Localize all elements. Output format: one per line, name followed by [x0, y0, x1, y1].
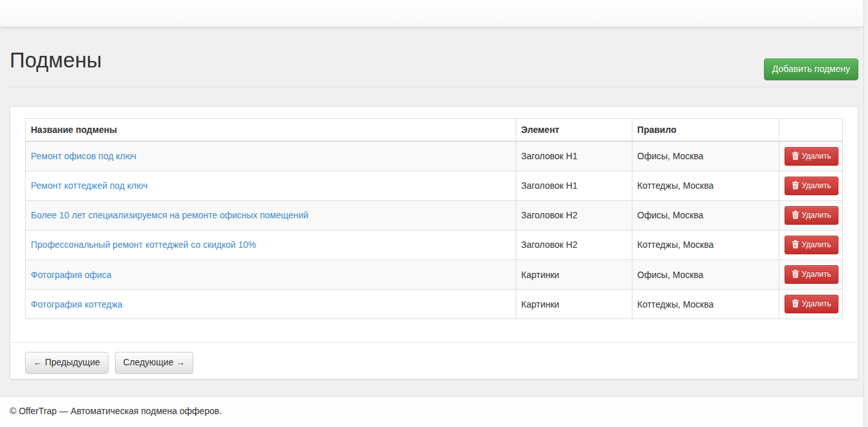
table-row: Ремонт коттеджей под ключ Заголовок H1 К… — [26, 171, 843, 200]
table-row: Более 10 лет специализируемся на ремонте… — [26, 200, 843, 230]
column-header-actions — [779, 118, 842, 141]
table-header-row: Название подмены Элемент Правило — [26, 118, 843, 141]
rule-cell: Офисы, Москва — [632, 141, 779, 171]
action-cell: Удалить — [779, 200, 842, 230]
main-container: Добавить подмену Подмены Название подмен… — [0, 48, 868, 379]
page-footer: © OfferTrap — Автоматическая подмена офф… — [0, 396, 868, 427]
table-row: Профессональный ремонт коттеджей со скид… — [26, 230, 843, 259]
delete-button-label: Удалить — [802, 299, 831, 308]
column-header-element: Элемент — [516, 118, 632, 141]
column-header-rule: Правило — [632, 118, 779, 141]
action-cell: Удалить — [779, 290, 842, 319]
action-cell: Удалить — [779, 171, 842, 200]
substitution-link[interactable]: Ремонт офисов под ключ — [31, 151, 136, 161]
delete-button-label: Удалить — [802, 181, 831, 190]
page-title: Подмены — [10, 48, 102, 73]
delete-button[interactable]: Удалить — [785, 236, 838, 254]
trash-icon — [792, 299, 799, 308]
rule-cell: Коттеджы, Москва — [632, 290, 779, 319]
substitution-link[interactable]: Фотография офиса — [31, 270, 112, 280]
trash-icon — [792, 211, 799, 219]
substitution-link[interactable]: Более 10 лет специализируемся на ремонте… — [31, 210, 308, 220]
table-row: Ремонт офисов под ключ Заголовок H1 Офис… — [26, 141, 843, 171]
page-header: Добавить подмену Подмены — [10, 48, 858, 87]
name-cell: Более 10 лет специализируемся на ремонте… — [26, 200, 516, 230]
delete-button[interactable]: Удалить — [785, 265, 838, 284]
rule-cell: Офисы, Москва — [632, 200, 779, 230]
table-row: Фотография офиса Картинки Офисы, Москва … — [26, 260, 843, 290]
trash-icon — [792, 181, 799, 189]
page: Добавить подмену Подмены Название подмен… — [0, 0, 868, 427]
delete-button-label: Удалить — [802, 270, 831, 279]
trash-icon — [792, 152, 799, 160]
table-body: Ремонт офисов под ключ Заголовок H1 Офис… — [26, 141, 843, 319]
delete-button-label: Удалить — [802, 152, 831, 161]
element-cell: Заголовок H1 — [516, 141, 632, 171]
panel-divider — [10, 342, 858, 343]
delete-button-label: Удалить — [802, 211, 831, 220]
action-cell: Удалить — [779, 230, 842, 259]
copyright-text: © OfferTrap — Автоматическая подмена офф… — [10, 406, 221, 416]
name-cell: Ремонт офисов под ключ — [26, 141, 516, 171]
substitution-link[interactable]: Ремонт коттеджей под ключ — [31, 180, 148, 191]
name-cell: Фотография коттеджа — [26, 290, 516, 319]
delete-button[interactable]: Удалить — [785, 147, 838, 166]
element-cell: Картинки — [516, 260, 632, 290]
substitution-link[interactable]: Профессональный ремонт коттеджей со скид… — [31, 240, 256, 250]
name-cell: Ремонт коттеджей под ключ — [26, 171, 516, 200]
table-row: Фотография коттеджа Картинки Коттеджы, М… — [26, 290, 843, 319]
previous-page-button[interactable]: ← Предыдущие — [25, 352, 108, 374]
element-cell: Картинки — [516, 290, 632, 319]
element-cell: Заголовок H1 — [516, 171, 632, 200]
column-header-name: Название подмены — [26, 118, 516, 141]
trash-icon — [792, 270, 799, 278]
delete-button[interactable]: Удалить — [785, 177, 838, 195]
delete-button[interactable]: Удалить — [785, 295, 838, 313]
next-page-button[interactable]: Следующие → — [115, 352, 193, 374]
name-cell: Профессональный ремонт коттеджей со скид… — [26, 230, 516, 259]
substitution-link[interactable]: Фотография коттеджа — [31, 299, 123, 309]
action-cell: Удалить — [779, 141, 842, 171]
element-cell: Заголовок H2 — [516, 230, 632, 259]
action-cell: Удалить — [779, 260, 842, 290]
add-substitution-button[interactable]: Добавить подмену — [764, 58, 858, 80]
substitutions-table: Название подмены Элемент Правило Ремонт … — [25, 118, 843, 319]
rule-cell: Коттеджы, Москва — [632, 230, 779, 259]
trash-icon — [792, 240, 799, 248]
rule-cell: Офисы, Москва — [632, 260, 779, 290]
delete-button[interactable]: Удалить — [785, 206, 838, 225]
vertical-scrollbar[interactable] — [864, 0, 868, 427]
pagination: ← Предыдущие Следующие → — [25, 352, 843, 374]
rule-cell: Коттеджы, Москва — [632, 171, 779, 200]
delete-button-label: Удалить — [802, 240, 831, 249]
top-navbar — [0, 0, 864, 27]
name-cell: Фотография офиса — [26, 260, 516, 290]
element-cell: Заголовок H2 — [516, 200, 632, 230]
substitutions-panel: Название подмены Элемент Правило Ремонт … — [10, 106, 858, 379]
